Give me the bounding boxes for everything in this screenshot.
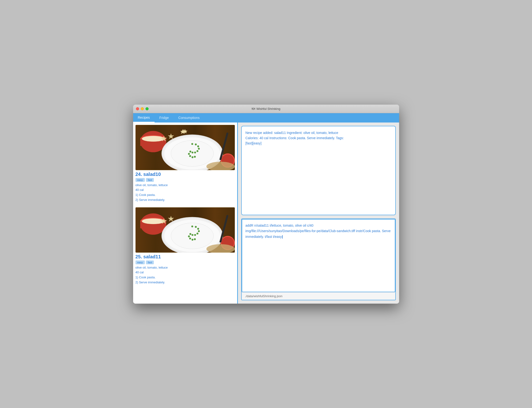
recipe-24-calories: 40 cal bbox=[135, 187, 235, 193]
svg-point-37 bbox=[142, 218, 164, 224]
data-path-text: ./data/wishfulShrinking.json bbox=[245, 294, 283, 298]
recipe-24-instr-1: 1) Cook pasta. bbox=[135, 193, 235, 198]
svg-point-27 bbox=[194, 156, 196, 158]
command-text: addR n/salad11 i/lettuce, tomato, olive … bbox=[246, 223, 391, 239]
svg-point-55 bbox=[191, 238, 193, 240]
svg-point-19 bbox=[198, 147, 200, 149]
svg-point-23 bbox=[189, 150, 191, 152]
svg-point-5 bbox=[142, 136, 164, 142]
svg-point-51 bbox=[191, 234, 193, 236]
svg-point-20 bbox=[196, 150, 198, 152]
svg-point-45 bbox=[191, 225, 193, 227]
output-text: New recipe added: salad11 Ingredient: ol… bbox=[246, 131, 344, 145]
svg-point-17 bbox=[195, 144, 197, 145]
recipe-25-title: 25. salad11 bbox=[135, 254, 235, 260]
maximize-button[interactable] bbox=[146, 107, 149, 110]
svg-point-46 bbox=[195, 226, 197, 228]
svg-point-50 bbox=[194, 234, 196, 236]
nav-bar: Recipes Fridge Consumptions bbox=[133, 113, 399, 122]
title-icon: 🍽 bbox=[252, 107, 255, 110]
svg-point-24 bbox=[188, 153, 190, 155]
svg-point-18 bbox=[197, 145, 199, 147]
window-title: 🍽 Wishful Shrinking bbox=[252, 107, 280, 110]
svg-point-21 bbox=[194, 151, 196, 153]
output-box: New recipe added: salad11 Ingredient: ol… bbox=[241, 126, 396, 215]
recipe-card-salad10: 24. salad10 easy fast olive oil, tomato,… bbox=[135, 125, 235, 203]
data-path-bar: ./data/wishfulShrinking.json bbox=[242, 292, 395, 300]
recipe-image-2 bbox=[135, 207, 235, 253]
tag-easy-1: easy bbox=[135, 178, 145, 182]
tab-fridge[interactable]: Fridge bbox=[155, 113, 174, 122]
tab-recipes[interactable]: Recipes bbox=[133, 113, 155, 122]
svg-point-16 bbox=[191, 143, 193, 145]
command-panel: addR n/salad11 i/lettuce, tomato, olive … bbox=[241, 219, 396, 300]
recipe-25-ingredients: olive oil, tomato, lettuce bbox=[135, 265, 235, 270]
svg-point-54 bbox=[189, 237, 191, 239]
svg-point-26 bbox=[191, 156, 193, 158]
recipe-25-instr-1: 1) Cook pasta. bbox=[135, 275, 235, 280]
close-button[interactable] bbox=[136, 107, 139, 110]
svg-point-52 bbox=[189, 233, 191, 235]
svg-point-48 bbox=[198, 230, 200, 232]
right-panel: New recipe added: salad11 Ingredient: ol… bbox=[238, 122, 399, 304]
recipe-25-tags: easy fast bbox=[135, 261, 235, 264]
svg-point-49 bbox=[196, 233, 198, 235]
recipe-24-tags: easy fast bbox=[135, 178, 235, 182]
app-window: 🍽 Wishful Shrinking Recipes Fridge Consu… bbox=[133, 105, 399, 304]
main-content: 24. salad10 easy fast olive oil, tomato,… bbox=[133, 122, 399, 304]
command-input[interactable]: addR n/salad11 i/lettuce, tomato, olive … bbox=[242, 219, 395, 292]
svg-point-22 bbox=[191, 151, 193, 153]
recipe-25-instr-2: 2) Serve immediately. bbox=[135, 280, 235, 285]
text-cursor bbox=[282, 235, 283, 238]
recipe-24-title: 24. salad10 bbox=[135, 172, 235, 177]
window-title-text: Wishful Shrinking bbox=[257, 107, 280, 110]
tag-fast-2: fast bbox=[146, 261, 154, 264]
recipe-list: 24. salad10 easy fast olive oil, tomato,… bbox=[133, 122, 238, 304]
recipe-image-1 bbox=[135, 125, 235, 170]
recipe-24-ingredients: olive oil, tomato, lettuce bbox=[135, 183, 235, 188]
svg-point-56 bbox=[194, 238, 196, 240]
svg-point-25 bbox=[189, 155, 191, 157]
title-bar: 🍽 Wishful Shrinking bbox=[133, 105, 399, 113]
tab-consumptions[interactable]: Consumptions bbox=[174, 113, 205, 122]
svg-point-53 bbox=[188, 236, 190, 237]
minimize-button[interactable] bbox=[141, 107, 144, 110]
recipe-card-salad11: 25. salad11 easy fast olive oil, tomato,… bbox=[135, 207, 235, 285]
recipe-24-instr-2: 2) Serve immediately. bbox=[135, 198, 235, 203]
tag-easy-2: easy bbox=[135, 261, 145, 264]
traffic-lights bbox=[136, 107, 149, 110]
recipe-25-calories: 40 cal bbox=[135, 270, 235, 275]
svg-point-47 bbox=[197, 228, 199, 230]
tag-fast-1: fast bbox=[146, 178, 154, 182]
